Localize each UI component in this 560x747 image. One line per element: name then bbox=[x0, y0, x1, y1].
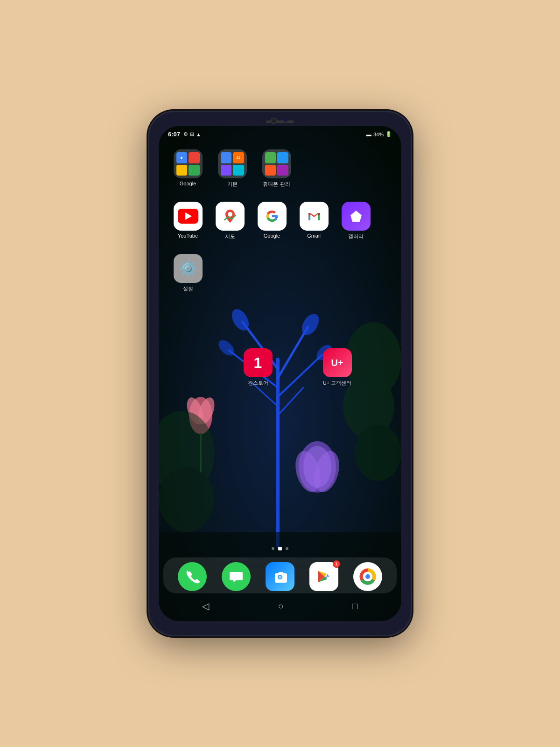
folder-basic-icon: 21 bbox=[218, 149, 247, 178]
front-camera bbox=[271, 118, 277, 124]
folder-google[interactable]: ▶ Google bbox=[170, 149, 205, 188]
folder-pm-mini-3 bbox=[265, 165, 276, 176]
folder-mini-4 bbox=[189, 165, 200, 176]
phone-speaker bbox=[266, 120, 294, 123]
settings-icon-bg: ⚙️ bbox=[174, 254, 203, 283]
settings-label: 설정 bbox=[183, 285, 193, 292]
google-label: Google bbox=[264, 233, 280, 239]
svg-point-24 bbox=[159, 467, 215, 532]
folder-row: ▶ Google 21 기본 bbox=[168, 145, 392, 197]
folder-basic-label: 기본 bbox=[227, 181, 238, 188]
folder-basic[interactable]: 21 기본 bbox=[215, 149, 250, 188]
app-settings[interactable]: ⚙️ 설정 bbox=[170, 254, 205, 292]
svg-marker-32 bbox=[351, 211, 361, 221]
folder-basic-mini-1 bbox=[221, 152, 232, 163]
playstore-badge: 1 bbox=[333, 560, 340, 568]
status-time: 6:07 bbox=[168, 131, 180, 138]
back-button[interactable]: ◁ bbox=[202, 600, 209, 612]
dock: 1 bbox=[163, 557, 397, 593]
dock-phone[interactable] bbox=[178, 562, 207, 591]
navigation-bar: ◁ ○ □ bbox=[159, 593, 401, 621]
dock-chrome[interactable] bbox=[353, 562, 382, 591]
app-youtube[interactable]: YouTube bbox=[170, 202, 205, 240]
onestore-label: 원스토어 bbox=[248, 380, 268, 387]
recent-button[interactable]: □ bbox=[352, 601, 357, 612]
phone-device: 6:07 ⚙ ⊞ ▲ ▬ 34% 🔋 ▶ bbox=[149, 112, 411, 635]
gmail-label: Gmail bbox=[307, 233, 321, 239]
app-gmail[interactable]: Gmail bbox=[296, 202, 331, 240]
folder-basic-mini-2: 21 bbox=[233, 152, 244, 163]
folder-google-icon: ▶ bbox=[174, 149, 203, 178]
folder-basic-mini-3 bbox=[221, 165, 232, 176]
svg-point-22 bbox=[355, 425, 401, 481]
onestore-icon: 1 bbox=[244, 348, 273, 377]
folder-basic-mini-4 bbox=[233, 165, 244, 176]
youtube-play-button bbox=[178, 209, 198, 224]
alert-icon: ▲ bbox=[196, 132, 201, 137]
status-bar: 6:07 ⚙ ⊞ ▲ ▬ 34% 🔋 bbox=[159, 126, 401, 140]
app-area: ▶ Google 21 기본 bbox=[159, 140, 401, 396]
proximity-sensor bbox=[284, 119, 287, 122]
battery-icon: 🔋 bbox=[385, 131, 392, 137]
folder-mini-2 bbox=[189, 152, 200, 163]
status-left: 6:07 ⚙ ⊞ ▲ bbox=[168, 131, 201, 138]
app-row-1: YouTube 지도 bbox=[168, 197, 392, 245]
phone-screen: 6:07 ⚙ ⊞ ▲ ▬ 34% 🔋 ▶ bbox=[159, 126, 401, 621]
app-row-3: 1 원스토어 U+ U+ 고객센터 bbox=[168, 344, 392, 391]
page-dot-3 bbox=[286, 547, 288, 550]
app-google[interactable]: Google bbox=[254, 202, 289, 240]
app-gallery[interactable]: 갤러리 bbox=[338, 202, 373, 240]
gallery-label: 갤러리 bbox=[348, 233, 364, 240]
google-icon bbox=[258, 202, 287, 231]
folder-mini-3 bbox=[176, 165, 188, 176]
dock-messages[interactable] bbox=[222, 562, 251, 591]
gmail-icon bbox=[300, 202, 329, 231]
status-right: ▬ 34% 🔋 bbox=[366, 131, 392, 137]
folder-mini-1: ▶ bbox=[176, 152, 188, 163]
grid-icon: ⊞ bbox=[190, 131, 194, 137]
youtube-label: YouTube bbox=[178, 233, 198, 239]
home-button[interactable]: ○ bbox=[278, 601, 283, 612]
settings-gear-icon: ⚙️ bbox=[179, 260, 197, 277]
youtube-icon bbox=[174, 202, 203, 231]
app-maps[interactable]: 지도 bbox=[212, 202, 247, 240]
app-row-2: ⚙️ 설정 bbox=[168, 249, 392, 297]
uplus-label: U+ 고객센터 bbox=[323, 380, 351, 387]
maps-icon bbox=[216, 202, 245, 231]
folder-phone-manager-label: 휴대폰 관리 bbox=[263, 181, 290, 188]
app-uplus[interactable]: U+ U+ 고객센터 bbox=[320, 348, 355, 387]
svg-point-37 bbox=[365, 574, 370, 579]
card-icon: ▬ bbox=[366, 132, 371, 137]
page-indicator bbox=[159, 540, 401, 557]
dock-camera[interactable] bbox=[266, 562, 294, 591]
page-dot-2 bbox=[278, 547, 282, 550]
svg-point-27 bbox=[228, 212, 232, 217]
folder-pm-mini-4 bbox=[277, 165, 288, 176]
app-onestore[interactable]: 1 원스토어 bbox=[240, 348, 275, 387]
uplus-icon: U+ bbox=[323, 348, 352, 377]
settings-icon: ⚙ bbox=[183, 131, 188, 137]
uplus-text: U+ bbox=[331, 358, 343, 368]
dock-playstore[interactable]: 1 bbox=[309, 562, 338, 591]
mid-spacer bbox=[168, 297, 392, 344]
svg-point-19 bbox=[303, 446, 331, 488]
folder-pm-mini-1 bbox=[265, 152, 276, 163]
svg-point-33 bbox=[279, 576, 281, 578]
page-dot-1 bbox=[272, 547, 274, 550]
battery-text: 34% bbox=[373, 132, 384, 137]
folder-google-label: Google bbox=[180, 181, 196, 186]
onestore-number: 1 bbox=[254, 354, 262, 372]
folder-pm-mini-2 bbox=[277, 152, 288, 163]
folder-phone-manager-icon bbox=[262, 149, 291, 178]
gallery-icon bbox=[342, 202, 371, 231]
maps-label: 지도 bbox=[225, 233, 235, 240]
folder-phone-manager[interactable]: 휴대폰 관리 bbox=[259, 149, 294, 188]
